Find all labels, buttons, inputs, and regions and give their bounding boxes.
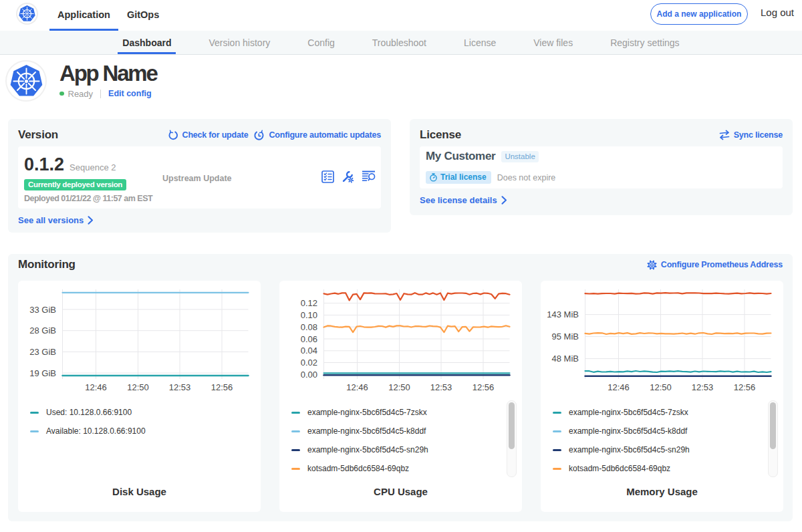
svg-text:23 GiB: 23 GiB [29, 347, 56, 357]
svg-text:12:53: 12:53 [430, 382, 452, 392]
svg-text:28 GiB: 28 GiB [29, 325, 56, 336]
svg-text:0.04: 0.04 [301, 346, 317, 356]
svg-text:12:56: 12:56 [734, 382, 756, 392]
svg-text:12:50: 12:50 [388, 382, 410, 392]
svg-text:12:53: 12:53 [169, 382, 191, 392]
svg-text:0.02: 0.02 [301, 358, 317, 368]
svg-text:48 MiB: 48 MiB [552, 354, 579, 364]
svg-text:12:56: 12:56 [211, 382, 233, 392]
svg-text:0.00: 0.00 [301, 370, 317, 380]
svg-text:0.06: 0.06 [301, 334, 317, 344]
svg-text:12:53: 12:53 [692, 382, 714, 392]
svg-text:12:46: 12:46 [85, 382, 107, 392]
svg-text:0.12: 0.12 [301, 298, 317, 308]
svg-text:12:56: 12:56 [473, 382, 495, 392]
svg-text:12:46: 12:46 [608, 382, 630, 392]
svg-text:0.08: 0.08 [301, 322, 317, 332]
svg-text:33 GiB: 33 GiB [29, 305, 56, 315]
svg-text:143 MiB: 143 MiB [547, 309, 579, 319]
svg-text:12:50: 12:50 [650, 382, 672, 392]
svg-text:0.10: 0.10 [301, 310, 317, 320]
svg-text:12:50: 12:50 [127, 382, 149, 392]
svg-text:12:46: 12:46 [346, 382, 368, 392]
svg-text:95 MiB: 95 MiB [552, 331, 579, 342]
svg-text:19 GiB: 19 GiB [29, 368, 56, 378]
